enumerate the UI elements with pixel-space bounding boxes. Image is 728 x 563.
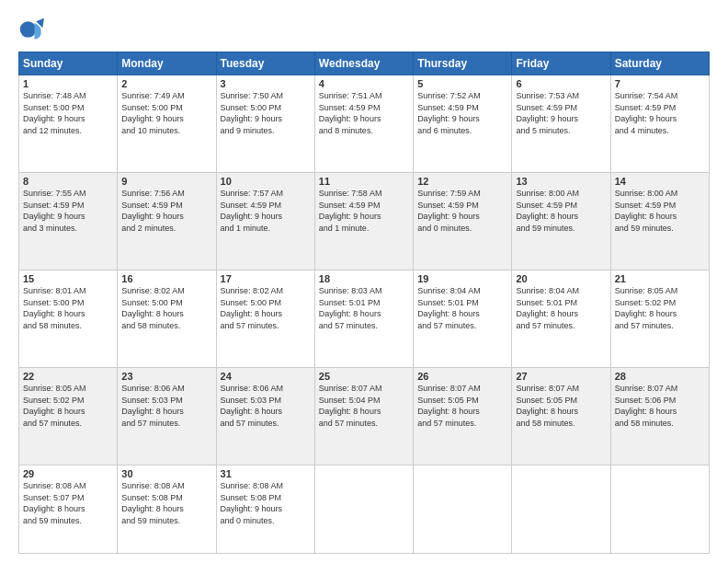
calendar-cell: 19Sunrise: 8:04 AM Sunset: 5:01 PM Dayli… [414,270,512,368]
day-number: 17 [221,273,311,284]
weekday-header: Tuesday [216,52,314,75]
calendar-cell: 26Sunrise: 8:07 AM Sunset: 5:05 PM Dayli… [414,368,512,465]
day-number: 2 [121,78,211,89]
weekday-header: Friday [512,52,610,75]
day-info: Sunrise: 7:57 AM Sunset: 4:59 PM Dayligh… [221,188,311,234]
calendar-cell [610,465,709,554]
calendar-cell: 16Sunrise: 8:02 AM Sunset: 5:00 PM Dayli… [118,270,216,368]
day-info: Sunrise: 8:07 AM Sunset: 5:05 PM Dayligh… [516,383,606,429]
calendar-cell [512,465,610,554]
day-number: 23 [121,371,211,382]
weekday-header: Monday [118,52,216,75]
day-number: 4 [319,78,409,89]
day-info: Sunrise: 8:00 AM Sunset: 4:59 PM Dayligh… [516,188,606,234]
day-number: 16 [121,273,211,284]
day-number: 28 [615,371,705,382]
day-info: Sunrise: 8:04 AM Sunset: 5:01 PM Dayligh… [516,285,606,331]
day-info: Sunrise: 7:52 AM Sunset: 4:59 PM Dayligh… [417,90,507,136]
calendar-cell: 7Sunrise: 7:54 AM Sunset: 4:59 PM Daylig… [610,75,709,173]
day-info: Sunrise: 8:00 AM Sunset: 4:59 PM Dayligh… [615,188,705,234]
day-number: 19 [417,273,507,284]
day-info: Sunrise: 8:05 AM Sunset: 5:02 PM Dayligh… [23,383,113,429]
day-info: Sunrise: 7:51 AM Sunset: 4:59 PM Dayligh… [319,90,409,136]
calendar-cell: 22Sunrise: 8:05 AM Sunset: 5:02 PM Dayli… [19,368,118,465]
day-number: 7 [615,78,705,89]
day-number: 31 [221,468,311,479]
weekday-header: Thursday [414,52,512,75]
calendar-week-row: 29Sunrise: 8:08 AM Sunset: 5:07 PM Dayli… [19,465,710,554]
calendar-cell: 27Sunrise: 8:07 AM Sunset: 5:05 PM Dayli… [512,368,610,465]
calendar-cell: 20Sunrise: 8:04 AM Sunset: 5:01 PM Dayli… [512,270,610,368]
day-number: 29 [23,468,113,479]
calendar-cell: 9Sunrise: 7:56 AM Sunset: 4:59 PM Daylig… [118,173,216,270]
calendar-header-row: SundayMondayTuesdayWednesdayThursdayFrid… [19,52,710,75]
logo-icon [18,17,44,42]
calendar-cell: 5Sunrise: 7:52 AM Sunset: 4:59 PM Daylig… [414,75,512,173]
calendar-week-row: 22Sunrise: 8:05 AM Sunset: 5:02 PM Dayli… [19,368,710,465]
weekday-header: Sunday [19,52,118,75]
page: SundayMondayTuesdayWednesdayThursdayFrid… [0,0,728,563]
day-info: Sunrise: 8:08 AM Sunset: 5:08 PM Dayligh… [221,480,311,526]
day-info: Sunrise: 7:50 AM Sunset: 5:00 PM Dayligh… [221,90,311,136]
weekday-header: Saturday [610,52,709,75]
calendar-cell: 24Sunrise: 8:06 AM Sunset: 5:03 PM Dayli… [216,368,314,465]
calendar-week-row: 15Sunrise: 8:01 AM Sunset: 5:00 PM Dayli… [19,270,710,368]
calendar-week-row: 8Sunrise: 7:55 AM Sunset: 4:59 PM Daylig… [19,173,710,270]
day-number: 27 [516,371,606,382]
day-info: Sunrise: 8:01 AM Sunset: 5:00 PM Dayligh… [23,285,113,331]
calendar-cell: 25Sunrise: 8:07 AM Sunset: 5:04 PM Dayli… [314,368,413,465]
calendar-cell: 29Sunrise: 8:08 AM Sunset: 5:07 PM Dayli… [19,465,118,554]
day-info: Sunrise: 7:58 AM Sunset: 4:59 PM Dayligh… [319,188,409,234]
calendar-cell: 13Sunrise: 8:00 AM Sunset: 4:59 PM Dayli… [512,173,610,270]
day-number: 3 [221,78,311,89]
calendar-cell: 23Sunrise: 8:06 AM Sunset: 5:03 PM Dayli… [118,368,216,465]
calendar-cell: 28Sunrise: 8:07 AM Sunset: 5:06 PM Dayli… [610,368,709,465]
day-number: 14 [615,176,705,187]
calendar-cell: 2Sunrise: 7:49 AM Sunset: 5:00 PM Daylig… [118,75,216,173]
day-number: 6 [516,78,606,89]
day-info: Sunrise: 8:03 AM Sunset: 5:01 PM Dayligh… [319,285,409,331]
day-info: Sunrise: 8:02 AM Sunset: 5:00 PM Dayligh… [221,285,311,331]
calendar-cell: 10Sunrise: 7:57 AM Sunset: 4:59 PM Dayli… [216,173,314,270]
day-info: Sunrise: 8:06 AM Sunset: 5:03 PM Dayligh… [121,383,211,429]
day-info: Sunrise: 7:49 AM Sunset: 5:00 PM Dayligh… [121,90,211,136]
day-number: 30 [121,468,211,479]
calendar-cell [314,465,413,554]
calendar-cell: 1Sunrise: 7:48 AM Sunset: 5:00 PM Daylig… [19,75,118,173]
svg-point-0 [20,21,37,38]
calendar-cell: 15Sunrise: 8:01 AM Sunset: 5:00 PM Dayli… [19,270,118,368]
day-info: Sunrise: 8:07 AM Sunset: 5:06 PM Dayligh… [615,383,705,429]
day-number: 13 [516,176,606,187]
calendar-cell: 4Sunrise: 7:51 AM Sunset: 4:59 PM Daylig… [314,75,413,173]
day-info: Sunrise: 8:08 AM Sunset: 5:08 PM Dayligh… [121,480,211,526]
calendar-cell: 12Sunrise: 7:59 AM Sunset: 4:59 PM Dayli… [414,173,512,270]
day-info: Sunrise: 8:04 AM Sunset: 5:01 PM Dayligh… [417,285,507,331]
day-number: 25 [319,371,409,382]
calendar-cell [414,465,512,554]
calendar-cell: 8Sunrise: 7:55 AM Sunset: 4:59 PM Daylig… [19,173,118,270]
calendar-cell: 31Sunrise: 8:08 AM Sunset: 5:08 PM Dayli… [216,465,314,554]
day-info: Sunrise: 8:08 AM Sunset: 5:07 PM Dayligh… [23,480,113,526]
calendar-cell: 11Sunrise: 7:58 AM Sunset: 4:59 PM Dayli… [314,173,413,270]
day-number: 11 [319,176,409,187]
day-number: 12 [417,176,507,187]
day-info: Sunrise: 7:54 AM Sunset: 4:59 PM Dayligh… [615,90,705,136]
day-number: 18 [319,273,409,284]
day-number: 10 [221,176,311,187]
day-number: 5 [417,78,507,89]
day-info: Sunrise: 8:06 AM Sunset: 5:03 PM Dayligh… [221,383,311,429]
day-info: Sunrise: 8:07 AM Sunset: 5:04 PM Dayligh… [319,383,409,429]
day-info: Sunrise: 7:56 AM Sunset: 4:59 PM Dayligh… [121,188,211,234]
day-info: Sunrise: 7:55 AM Sunset: 4:59 PM Dayligh… [23,188,113,234]
day-number: 15 [23,273,113,284]
day-info: Sunrise: 7:53 AM Sunset: 4:59 PM Dayligh… [516,90,606,136]
day-info: Sunrise: 7:48 AM Sunset: 5:00 PM Dayligh… [23,90,113,136]
day-info: Sunrise: 8:07 AM Sunset: 5:05 PM Dayligh… [417,383,507,429]
calendar-week-row: 1Sunrise: 7:48 AM Sunset: 5:00 PM Daylig… [19,75,710,173]
day-info: Sunrise: 7:59 AM Sunset: 4:59 PM Dayligh… [417,188,507,234]
day-number: 21 [615,273,705,284]
day-number: 8 [23,176,113,187]
calendar-cell: 17Sunrise: 8:02 AM Sunset: 5:00 PM Dayli… [216,270,314,368]
day-number: 26 [417,371,507,382]
weekday-header: Wednesday [314,52,413,75]
